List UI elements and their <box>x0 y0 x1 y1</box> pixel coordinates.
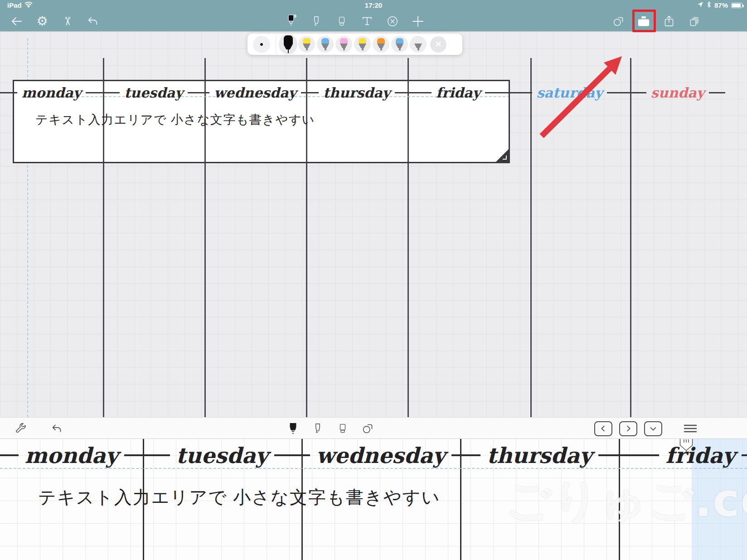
settings-gear-icon[interactable]: ⚙ <box>32 11 52 31</box>
alignment-guide-horizontal-zoom <box>0 468 747 469</box>
scissors-icon[interactable]: ✂ <box>58 11 78 31</box>
stroke-size-button[interactable] <box>253 36 270 53</box>
handwritten-note-text-zoom: テキスト入力エリアで 小さな文字も書きやすい <box>38 485 441 510</box>
prev-page-button[interactable] <box>594 421 612 436</box>
shapes-tool[interactable] <box>383 11 403 31</box>
zoom-writing-canvas[interactable]: monday tuesday wednesday thursday friday… <box>0 439 747 560</box>
pen-color-black[interactable] <box>279 34 297 55</box>
undo-button-zoom[interactable] <box>47 419 67 438</box>
bluetooth-icon <box>707 1 711 9</box>
day-header-sunday: sunday <box>630 83 725 102</box>
day-header-wednesday-zoom: wednesday <box>301 443 460 467</box>
battery-percent: 87% <box>714 1 728 9</box>
text-tool[interactable] <box>357 11 377 31</box>
day-header-tuesday-zoom: tuesday <box>143 443 301 467</box>
pen-color-blue[interactable] <box>316 34 335 55</box>
pen-color-yellow-2[interactable] <box>353 34 372 55</box>
selection-box[interactable] <box>13 80 510 163</box>
column-drag-handle-icon[interactable] <box>679 436 694 455</box>
wrench-icon[interactable] <box>11 419 31 438</box>
battery-icon <box>731 3 742 8</box>
day-header-thursday-zoom: thursday <box>460 443 619 467</box>
eraser-tool-zoom[interactable] <box>333 419 353 438</box>
back-button[interactable] <box>7 11 27 31</box>
share-button[interactable] <box>659 11 679 31</box>
site-watermark: ごりゅご.com <box>505 471 747 532</box>
column-divider <box>630 58 631 417</box>
move-down-button[interactable] <box>644 421 662 436</box>
main-note-canvas[interactable]: monday tuesday wednesday thursday friday… <box>0 32 747 417</box>
highlighter-tool-zoom[interactable] <box>308 419 328 438</box>
pen-color-blue-2[interactable] <box>390 34 409 55</box>
lasso-tool-zoom[interactable] <box>358 419 378 438</box>
popup-divider <box>276 35 276 54</box>
annotation-highlight-box <box>632 10 656 32</box>
lasso-tool[interactable] <box>608 11 628 31</box>
pen-color-pink[interactable] <box>335 34 353 55</box>
pen-color-yellow[interactable] <box>297 34 316 55</box>
clock: 17:20 <box>0 1 747 9</box>
next-page-button[interactable] <box>619 421 637 436</box>
pen-tool-zoom-selected[interactable] <box>283 419 303 438</box>
pen-color-orange[interactable] <box>372 34 390 55</box>
undo-button[interactable] <box>83 11 103 31</box>
notes-app-screen: iPad 17:20 87% ⚙ ✂ <box>0 0 747 560</box>
menu-icon[interactable] <box>680 419 700 438</box>
add-tool[interactable] <box>408 11 428 31</box>
pen-style-popup: ✕ <box>247 34 462 55</box>
popup-close-button[interactable]: ✕ <box>430 36 446 53</box>
pen-tool-selected[interactable] <box>281 11 301 31</box>
pen-color-white[interactable] <box>409 34 427 55</box>
zoom-panel-toolbar <box>0 417 747 439</box>
resize-handle[interactable] <box>496 149 509 162</box>
highlighter-tool[interactable] <box>306 11 326 31</box>
pages-button[interactable] <box>684 11 704 31</box>
day-header-monday-zoom: monday <box>0 443 143 467</box>
location-icon <box>697 1 703 9</box>
eraser-tool[interactable] <box>332 11 352 31</box>
annotation-arrow <box>517 51 630 141</box>
